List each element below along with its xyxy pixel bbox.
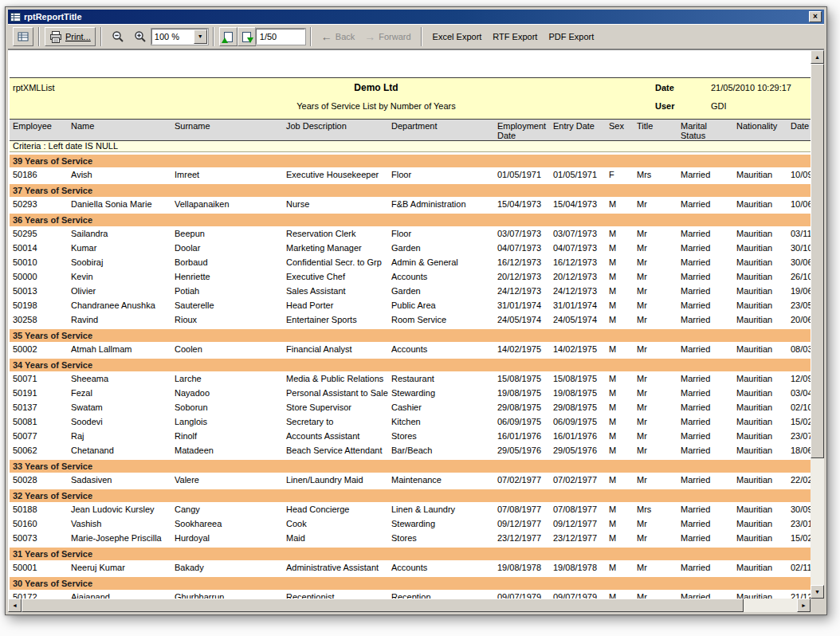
back-button[interactable]: ← Back	[316, 27, 359, 46]
table-row: 50000KevinHenrietteExecutive ChefAccount…	[10, 269, 811, 284]
table-cell: Head Porter	[283, 298, 388, 312]
zoom-out-button[interactable]	[107, 27, 129, 46]
table-cell: Vellapanaiken	[171, 197, 283, 211]
prev-page-button[interactable]	[219, 27, 237, 46]
table-cell: 15/02	[787, 531, 811, 545]
table-row: 50081SoodeviLangloisSecretary toKitchen0…	[10, 414, 811, 429]
table-cell: 50071	[10, 371, 68, 386]
table-cell: Mr	[634, 531, 677, 545]
table-cell: Daniella Sonia Marie	[68, 197, 171, 211]
table-cell: Mrs	[634, 502, 677, 516]
table-cell: 24/05/1974	[494, 312, 550, 327]
title-bar[interactable]: rptReportTitle ×	[8, 10, 824, 24]
table-cell: 10/06	[787, 197, 811, 211]
table-cell: Accounts	[388, 342, 494, 356]
table-cell: Married	[677, 560, 733, 575]
table-cell: Beach Service Attendant	[283, 443, 388, 457]
table-cell: Married	[677, 386, 733, 400]
table-cell: Mauritian	[733, 516, 787, 531]
table-cell: 20/06	[787, 312, 811, 327]
chevron-down-icon[interactable]: ▼	[194, 29, 207, 44]
table-cell: Marketing Manager	[283, 241, 388, 255]
vertical-scrollbar[interactable]: ▲ ▼	[811, 50, 824, 599]
table-cell: 20/12/1973	[494, 269, 550, 284]
table-cell: Ajaianand	[68, 590, 171, 599]
rtf-export-button[interactable]: RTF Export	[487, 27, 543, 46]
table-row: 50062ChetanandMatadeenBeach Service Atte…	[10, 443, 811, 457]
pdf-export-button[interactable]: PDF Export	[543, 27, 599, 46]
horizontal-scrollbar[interactable]: ◄ ►	[8, 599, 811, 612]
table-cell: Chetanand	[68, 443, 171, 457]
table-cell: 01/05/1971	[494, 167, 550, 182]
table-cell: Sookhareea	[171, 516, 283, 531]
horizontal-scrollbar-thumb[interactable]	[22, 599, 744, 612]
table-cell: 14/02/1975	[494, 342, 550, 356]
table-cell: 23/01	[787, 516, 811, 531]
table-cell: Borbaud	[171, 255, 283, 269]
scroll-down-icon[interactable]: ▼	[811, 585, 824, 599]
table-cell: 15/04/1973	[494, 197, 550, 211]
table-cell: Vashish	[68, 516, 171, 531]
group-header-row: 31 Years of Service	[10, 548, 811, 560]
scroll-right-icon[interactable]: ►	[797, 599, 811, 612]
table-cell: 50077	[10, 429, 68, 443]
table-cell: M	[606, 386, 634, 400]
table-cell: Mrs	[634, 167, 677, 182]
date-label: Date	[655, 83, 674, 92]
table-cell: Head Concierge	[283, 502, 388, 516]
user-value: GDI	[711, 101, 727, 111]
table-cell: 03/11	[787, 226, 811, 241]
column-header: Marital Status	[677, 120, 733, 140]
table-cell: Married	[677, 241, 733, 255]
table-cell: 15/08/1975	[494, 371, 550, 386]
window-title: rptReportTitle	[24, 10, 809, 24]
scroll-left-icon[interactable]: ◄	[8, 599, 22, 612]
close-button[interactable]: ×	[809, 11, 822, 22]
table-cell: 50081	[10, 414, 68, 429]
table-cell: Soodevi	[68, 414, 171, 429]
print-button[interactable]: Print...	[45, 27, 96, 46]
table-cell: M	[606, 560, 634, 575]
prev-page-icon	[224, 32, 233, 42]
table-cell: Administrative Assistant	[283, 560, 388, 575]
page-number-input[interactable]: 1/50	[256, 29, 305, 45]
next-page-button[interactable]	[237, 27, 256, 46]
table-cell: Raj	[68, 429, 171, 443]
table-cell: Mauritian	[733, 312, 787, 327]
table-cell: Mr	[634, 312, 677, 327]
table-cell: Kevin	[68, 269, 171, 284]
vertical-scrollbar-thumb[interactable]	[811, 64, 824, 458]
table-cell: Married	[677, 298, 733, 312]
table-cell: 02/11	[787, 560, 811, 575]
table-cell: Kumar	[68, 241, 171, 255]
table-cell: Married	[677, 197, 733, 211]
table-cell: Mr	[634, 414, 677, 429]
scroll-up-icon[interactable]: ▲	[811, 50, 824, 64]
group-header-row: 32 Years of Service	[10, 489, 811, 502]
table-cell: 50198	[10, 298, 68, 312]
table-cell: M	[606, 255, 634, 269]
forward-button[interactable]: → Forward	[359, 27, 415, 46]
table-cell: 50188	[10, 502, 68, 516]
table-cell: Married	[677, 516, 733, 531]
table-cell: Mr	[634, 590, 677, 599]
column-header: Department	[388, 120, 494, 131]
excel-export-button[interactable]: Excel Export	[427, 27, 488, 46]
printer-icon	[49, 31, 62, 43]
zoom-select[interactable]: 100 % ▼	[151, 29, 208, 45]
zoom-in-button[interactable]	[129, 27, 151, 46]
group-tree-button[interactable]	[13, 27, 33, 46]
back-label: Back	[336, 32, 355, 41]
toolbar-separator	[213, 27, 214, 46]
print-label: Print...	[65, 32, 91, 41]
table-cell: Mauritian	[733, 226, 787, 241]
table-cell: Cangy	[171, 502, 283, 516]
column-header: Name	[68, 120, 171, 131]
table-cell: Admin & General	[388, 255, 494, 269]
table-cell: Mauritian	[733, 167, 787, 182]
table-cell: 50137	[10, 400, 68, 414]
table-cell: Larche	[171, 371, 283, 386]
table-cell: Married	[677, 590, 733, 599]
table-cell: Maintenance	[388, 473, 494, 487]
table-cell: 19/06	[787, 284, 811, 298]
